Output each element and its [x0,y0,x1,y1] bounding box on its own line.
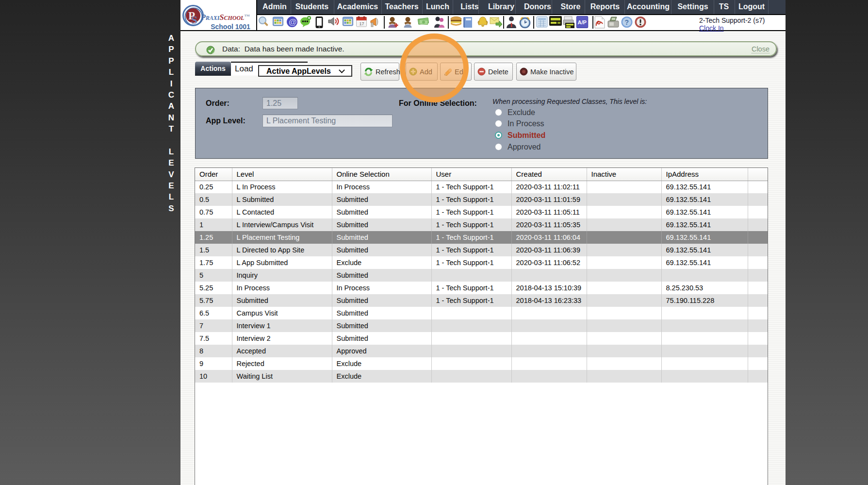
svg-text:A/P: A/P [578,19,587,25]
svg-text:17: 17 [360,21,364,26]
svg-text:?: ? [625,18,629,26]
svg-text:S: S [191,14,197,26]
svg-text:@: @ [289,17,297,27]
